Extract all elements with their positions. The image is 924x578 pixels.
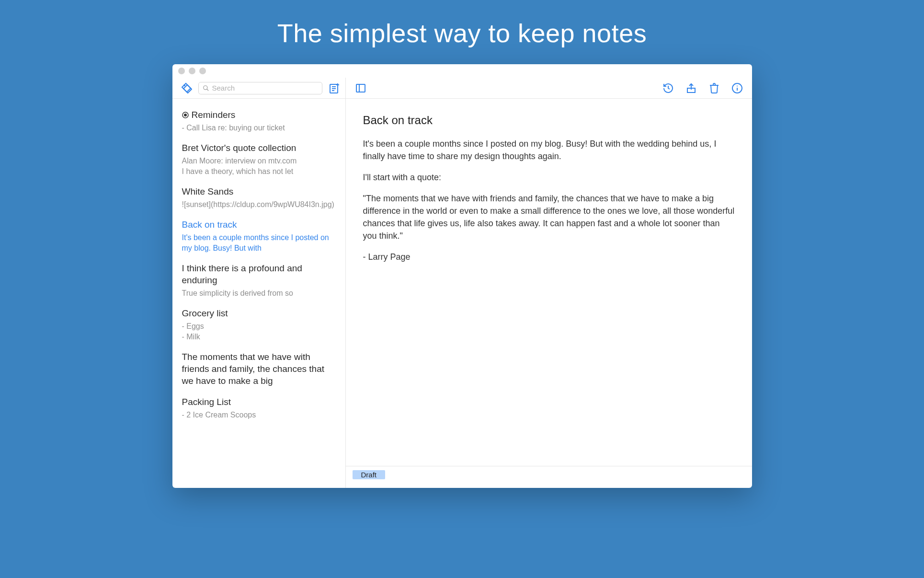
editor-footer: Draft — [346, 466, 752, 488]
tags-icon[interactable] — [180, 82, 193, 94]
note-item-preview: ![sunset](https://cldup.com/9wpWU84I3n.j… — [182, 199, 336, 210]
svg-point-16 — [184, 114, 187, 116]
note-list[interactable]: Reminders- Call Lisa re: buying our tick… — [172, 99, 346, 488]
editor-paragraph[interactable]: - Larry Page — [363, 251, 735, 263]
body: Reminders- Call Lisa re: buying our tick… — [172, 99, 752, 488]
pinned-icon — [182, 112, 189, 118]
note-item-preview: True simplicity is derived from so — [182, 288, 336, 299]
note-tag[interactable]: Draft — [353, 470, 386, 479]
info-icon[interactable] — [731, 82, 743, 94]
editor-body[interactable]: It's been a couple months since I posted… — [363, 138, 735, 264]
note-item-title: Packing List — [182, 396, 336, 408]
search-input[interactable] — [198, 82, 322, 94]
share-icon[interactable] — [685, 82, 697, 94]
note-item-preview: It's been a couple months since I posted… — [182, 232, 336, 253]
note-item-title: The moments that we have with friends an… — [182, 351, 336, 387]
note-item-title: Reminders — [182, 109, 336, 121]
note-item-title: Bret Victor's quote collection — [182, 142, 336, 154]
window-zoom-dot[interactable] — [199, 68, 206, 74]
svg-point-14 — [737, 85, 738, 86]
hero: The simplest way to keep notes — [0, 0, 924, 64]
toolbar — [172, 78, 752, 99]
note-item-title: White Sands — [182, 186, 336, 198]
search-field[interactable] — [212, 84, 318, 92]
editor-paragraph[interactable]: "The moments that we have with friends a… — [363, 192, 735, 242]
svg-point-1 — [203, 85, 207, 89]
note-list-item[interactable]: I think there is a profound and enduring… — [172, 263, 345, 308]
editor: Back on track It's been a couple months … — [346, 99, 752, 488]
editor-paragraph[interactable]: It's been a couple months since I posted… — [363, 138, 735, 162]
svg-line-2 — [206, 89, 208, 91]
window-titlebar — [172, 64, 752, 78]
note-item-preview: Alan Moore: interview on mtv.com I have … — [182, 156, 336, 176]
note-item-title: Grocery list — [182, 308, 336, 320]
window-minimize-dot[interactable] — [189, 68, 195, 74]
editor-title[interactable]: Back on track — [363, 112, 735, 129]
note-item-title: Back on track — [182, 219, 336, 231]
note-list-item[interactable]: Packing List- 2 Ice Cream Scoops — [172, 396, 345, 429]
note-list-item[interactable]: Grocery list- Eggs - Milk — [172, 308, 345, 351]
toolbar-left — [172, 78, 346, 98]
svg-point-0 — [184, 85, 185, 86]
note-list-item[interactable]: Reminders- Call Lisa re: buying our tick… — [172, 109, 345, 142]
search-icon — [203, 85, 209, 92]
app-window: Reminders- Call Lisa re: buying our tick… — [172, 64, 752, 488]
note-list-item[interactable]: The moments that we have with friends an… — [172, 351, 345, 396]
note-item-preview: - Call Lisa re: buying our ticket — [182, 123, 336, 133]
toolbar-right — [346, 78, 752, 98]
note-list-item[interactable]: Bret Victor's quote collectionAlan Moore… — [172, 142, 345, 186]
svg-rect-9 — [356, 84, 365, 92]
editor-paragraph[interactable]: I'll start with a quote: — [363, 171, 735, 184]
note-item-preview: - 2 Ice Cream Scoops — [182, 410, 336, 420]
toggle-sidebar-icon[interactable] — [354, 82, 367, 94]
note-list-item[interactable]: White Sands![sunset](https://cldup.com/9… — [172, 186, 345, 219]
editor-content[interactable]: Back on track It's been a couple months … — [346, 99, 752, 466]
window-close-dot[interactable] — [178, 68, 185, 74]
hero-title: The simplest way to keep notes — [0, 0, 924, 64]
note-list-item[interactable]: Back on trackIt's been a couple months s… — [172, 219, 345, 263]
trash-icon[interactable] — [708, 82, 720, 94]
new-note-icon[interactable] — [328, 82, 341, 94]
note-item-preview: - Eggs - Milk — [182, 321, 336, 342]
history-icon[interactable] — [662, 82, 674, 94]
note-item-title: I think there is a profound and enduring — [182, 263, 336, 286]
